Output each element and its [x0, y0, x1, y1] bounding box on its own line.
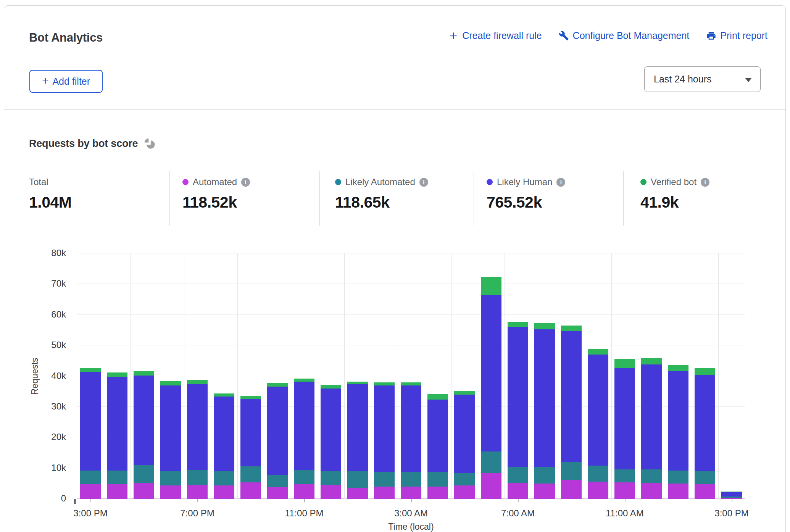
configure-bot-management-link[interactable]: Configure Bot Management — [559, 30, 690, 41]
stacked-bar[interactable] — [187, 380, 208, 499]
legend-dot — [335, 179, 341, 185]
bar-segment-likely-automated — [214, 471, 234, 485]
bar-segment-likely-automated — [294, 470, 314, 484]
bar-segment-automated — [321, 485, 341, 499]
stacked-bar[interactable] — [721, 492, 742, 499]
stacked-bar[interactable] — [321, 385, 341, 499]
stacked-bar[interactable] — [454, 391, 475, 499]
gridline-vertical — [718, 253, 719, 499]
time-range-select[interactable]: Last 24 hours — [644, 66, 761, 92]
gridline-vertical — [344, 253, 345, 499]
bar-segment-automated — [561, 480, 582, 499]
legend-dot — [182, 179, 189, 185]
stacked-bar[interactable] — [267, 383, 288, 499]
bar-segment-likely-human — [427, 400, 448, 472]
bar-segment-automated — [481, 473, 501, 499]
bar-segment-verified-bot — [534, 323, 555, 329]
stat-label: Verified bot — [651, 177, 696, 187]
bar-segment-likely-automated — [374, 472, 395, 487]
bar-segment-likely-human — [134, 376, 154, 465]
bar-segment-likely-human — [668, 371, 688, 471]
info-icon[interactable]: i — [701, 178, 709, 187]
x-tick-label: 3:00 PM — [714, 508, 748, 519]
plus-icon — [448, 31, 458, 41]
stacked-bar[interactable] — [481, 277, 501, 499]
bar-segment-likely-automated — [427, 472, 448, 487]
gridline-horizontal — [77, 253, 745, 253]
stacked-bar[interactable] — [160, 381, 181, 499]
stacked-bar[interactable] — [240, 396, 261, 499]
stat-label: Automated — [193, 177, 237, 187]
bar-segment-likely-automated — [187, 470, 208, 485]
bar-segment-automated — [614, 482, 635, 499]
header-divider — [4, 109, 785, 110]
gridline-vertical — [665, 253, 665, 499]
stat-divider — [623, 171, 624, 226]
gridline-vertical — [611, 253, 612, 499]
stacked-bar[interactable] — [80, 368, 101, 499]
info-icon[interactable]: i — [241, 178, 250, 187]
bar-segment-automated — [347, 488, 368, 499]
bar-segment-automated — [641, 483, 662, 499]
stat-value: 765.52k — [487, 193, 565, 211]
stacked-bar[interactable] — [508, 322, 528, 499]
stacked-bar[interactable] — [401, 382, 421, 499]
stacked-bar[interactable] — [668, 365, 688, 499]
stacked-bar[interactable] — [214, 393, 234, 499]
stacked-bar[interactable] — [427, 394, 448, 499]
bar-segment-verified-bot — [134, 371, 154, 376]
gridline-vertical — [398, 253, 398, 499]
bar-segment-verified-bot — [240, 396, 261, 399]
stacked-bar[interactable] — [107, 372, 127, 499]
stacked-bar[interactable] — [374, 382, 395, 499]
stat-divider — [169, 171, 170, 226]
bar-segment-likely-human — [80, 372, 101, 471]
print-report-link[interactable]: Print report — [706, 30, 767, 41]
section-title: Requests by bot score — [29, 138, 138, 150]
bar-segment-likely-automated — [80, 471, 101, 484]
bar-segment-automated — [134, 483, 154, 499]
y-tick-label: 20k — [27, 432, 66, 442]
bar-segment-likely-human — [481, 295, 501, 452]
stacked-bar[interactable] — [614, 359, 635, 499]
bar-segment-automated — [160, 485, 181, 499]
wrench-icon — [559, 31, 569, 41]
stat-card: Total1.04M — [29, 177, 71, 211]
info-icon[interactable]: i — [419, 178, 428, 187]
bar-segment-likely-automated — [641, 469, 662, 483]
y-tick-label: 80k — [27, 248, 66, 258]
bar-segment-verified-bot — [588, 349, 608, 355]
bar-segment-likely-automated — [454, 473, 475, 485]
stacked-bar[interactable] — [294, 379, 314, 499]
y-tick-label: 40k — [27, 371, 66, 381]
stacked-bar[interactable] — [134, 371, 154, 499]
gridline-vertical — [291, 253, 291, 499]
bar-segment-verified-bot — [321, 385, 341, 389]
bar-segment-likely-human — [267, 387, 288, 475]
stacked-bar[interactable] — [561, 326, 582, 499]
gridline-vertical — [505, 253, 505, 499]
info-icon[interactable]: i — [556, 178, 565, 187]
stat-card: Verified boti41.9k — [640, 177, 709, 211]
stacked-bar[interactable] — [641, 358, 662, 499]
stacked-bar[interactable] — [695, 368, 715, 499]
bar-segment-verified-bot — [187, 380, 208, 384]
legend-dot — [640, 179, 647, 185]
x-tick-label: 3:00 AM — [394, 508, 428, 519]
bar-segment-likely-human — [721, 492, 742, 497]
bar-segment-verified-bot — [668, 365, 688, 371]
gridline-vertical — [184, 253, 184, 499]
stacked-bar[interactable] — [347, 382, 368, 499]
bar-segment-likely-human — [347, 384, 368, 471]
bar-segment-likely-automated — [160, 471, 181, 485]
bar-segment-verified-bot — [107, 372, 127, 377]
add-filter-button[interactable]: + Add filter — [29, 70, 103, 93]
stacked-bar[interactable] — [534, 323, 555, 499]
x-tick-label: 11:00 AM — [606, 508, 644, 519]
stacked-bar[interactable] — [588, 349, 608, 499]
create-firewall-rule-link[interactable]: Create firewall rule — [448, 30, 542, 41]
x-tick-label: 11:00 PM — [285, 508, 324, 519]
x-tick-mark — [625, 499, 626, 502]
bar-segment-verified-bot — [427, 394, 448, 400]
bar-segment-likely-automated — [321, 471, 341, 485]
